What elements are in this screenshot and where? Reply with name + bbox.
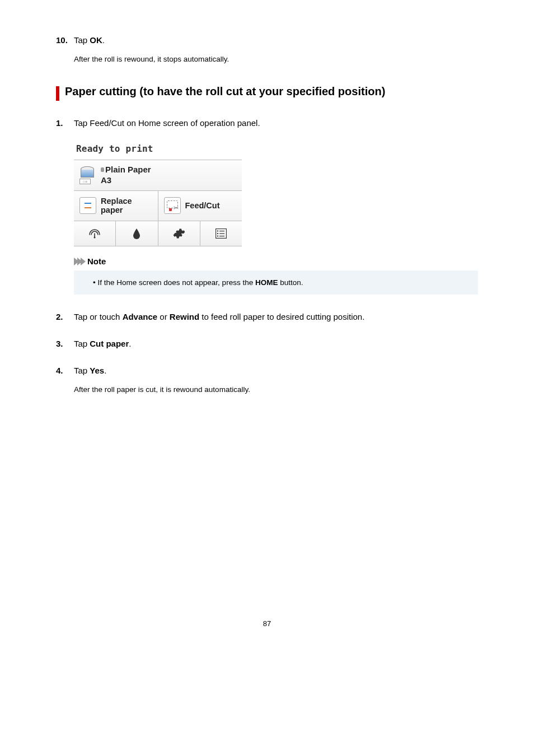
paper-roll-icon: ○≡ [79, 166, 95, 184]
note-item-bold: HOME [255, 278, 278, 287]
settings-button[interactable] [158, 221, 200, 246]
step-number: 2. [56, 310, 72, 324]
operation-panel-screenshot: Ready to print ○≡ Plain Paper A3 [74, 139, 242, 246]
panel-status: Ready to print [74, 139, 242, 160]
step-text-bold: OK [90, 35, 102, 45]
wireless-button[interactable] [74, 221, 116, 246]
note-item-prefix: If the Home screen does not appear, pres… [97, 278, 255, 287]
replace-paper-button[interactable]: Replace paper [74, 191, 158, 221]
note-item-suffix: button. [278, 278, 303, 287]
note-body: If the Home screen does not appear, pres… [74, 270, 478, 295]
section-heading: Paper cutting (to have the roll cut at y… [56, 85, 478, 101]
svg-rect-2 [217, 231, 218, 232]
note-heading: Note [74, 256, 478, 266]
step-4: 4. Tap Yes. [56, 364, 478, 377]
svg-point-0 [94, 237, 96, 239]
svg-rect-7 [219, 236, 224, 236]
step-text-prefix: Tap [74, 35, 90, 45]
replace-paper-icon [79, 197, 96, 214]
gear-icon [173, 227, 185, 240]
step-10-sub: After the roll is rewound, it stops auto… [74, 54, 478, 65]
step-1: 1. Tap Feed/Cut on Home screen of operat… [56, 116, 478, 130]
svg-rect-3 [219, 231, 224, 231]
step-number: 10. [56, 34, 72, 47]
paper-size: A3 [101, 175, 151, 186]
svg-rect-5 [219, 234, 224, 234]
step-3: 3. Tap Cut paper. [56, 337, 478, 351]
step-text-suffix: . [102, 35, 105, 45]
ink-drop-icon [132, 228, 141, 239]
step-number: 4. [56, 364, 72, 377]
note-chevrons-icon [74, 258, 84, 265]
note-label: Note [87, 256, 106, 266]
step-10: 10. Tap OK. [56, 34, 478, 47]
svg-rect-4 [217, 233, 218, 234]
ink-button[interactable] [116, 221, 158, 246]
step-4-sub: After the roll paper is cut, it is rewou… [74, 384, 478, 395]
step-number: 3. [56, 337, 72, 351]
section-accent-bar [56, 86, 59, 101]
paper-type: Plain Paper [105, 165, 151, 174]
paper-info-row: ○≡ Plain Paper A3 [74, 160, 242, 190]
paper-info-text: Plain Paper A3 [101, 165, 151, 186]
lock-icon [101, 167, 104, 172]
step-text: Tap Feed/Cut on Home screen of operation… [74, 118, 260, 128]
feed-cut-label: Feed/Cut [185, 201, 220, 211]
note-item: If the Home screen does not appear, pres… [93, 278, 468, 287]
step-number: 1. [56, 116, 72, 130]
replace-paper-label: Replace paper [101, 197, 132, 215]
section-title: Paper cutting (to have the roll cut at y… [65, 85, 385, 98]
step-2: 2. Tap or touch Advance or Rewind to fee… [56, 310, 478, 324]
wireless-icon [88, 228, 101, 239]
page-number: 87 [56, 619, 478, 628]
feed-cut-button[interactable]: ✂ Feed/Cut [158, 191, 242, 221]
jobs-button[interactable] [200, 221, 242, 246]
svg-rect-6 [217, 236, 218, 237]
list-icon [216, 228, 227, 239]
feed-cut-icon: ✂ [164, 197, 181, 214]
